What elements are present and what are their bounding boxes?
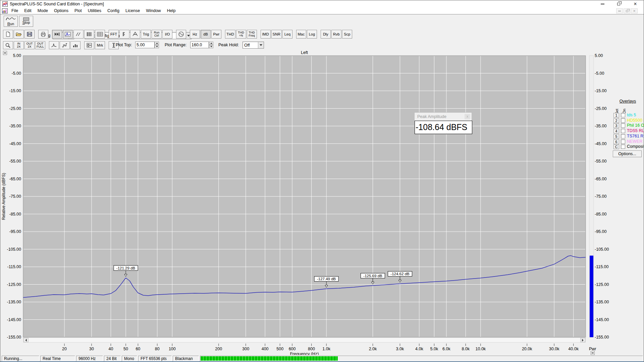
thdn-button[interactable]: THD+N: [236, 30, 246, 39]
overlays-title-link[interactable]: Overlays: [611, 99, 644, 104]
io-device-button[interactable]: I/O: [162, 30, 172, 39]
hz-units-button[interactable]: Hz: [190, 30, 200, 39]
overlay-set-button-5[interactable]: 5: [613, 134, 619, 139]
plot-top-spinner[interactable]: [155, 42, 159, 48]
power-meter-label: Pwr: [589, 347, 596, 351]
peak-amplitude-window[interactable]: Peak Amplitude x -108.64 dBFS: [414, 112, 472, 134]
thdfreq-button[interactable]: THDFreq: [247, 30, 257, 39]
surface-view-button[interactable]: [95, 30, 105, 39]
overlay-on-checkbox-6[interactable]: [621, 139, 625, 144]
meter-collapse-button[interactable]: [591, 351, 595, 355]
status-mode: Real Time: [40, 356, 75, 361]
overlay-label: HD5500 L: [627, 118, 644, 123]
menu-item-license[interactable]: License: [122, 8, 143, 14]
leq-button[interactable]: Leq: [282, 30, 292, 39]
peak-hold-select[interactable]: Off: [243, 42, 264, 49]
menu-item-utilities[interactable]: Utilities: [85, 8, 104, 14]
menu-item-window[interactable]: Window: [143, 8, 164, 14]
save-button[interactable]: [24, 30, 35, 39]
speed-process-button[interactable]: [52, 30, 62, 39]
run-button[interactable]: Run: [4, 16, 18, 27]
overlay-set-button-1[interactable]: 1: [613, 113, 619, 118]
zoom-in-2x-button[interactable]: IN2X: [14, 41, 24, 49]
spectrogram-view-button[interactable]: [84, 30, 94, 39]
plot-range-spinner[interactable]: [209, 42, 213, 48]
peak-hold-value: Off: [243, 43, 258, 48]
close-button[interactable]: ×: [630, 1, 640, 7]
marker-button[interactable]: Mrk: [95, 41, 105, 49]
menu-item-edit[interactable]: Edit: [21, 8, 35, 14]
line-plot-mode-button[interactable]: [49, 41, 59, 49]
y-axis-label-left: -25.00: [9, 106, 21, 111]
y-axis-label-right: -55.00: [595, 159, 606, 164]
snr-button[interactable]: SNR: [271, 30, 282, 39]
overlay-on-checkbox-c[interactable]: [621, 144, 625, 149]
y-axis-label-left: -85.00: [9, 212, 21, 217]
scale-button[interactable]: [119, 30, 129, 39]
tile-layout-button[interactable]: [84, 41, 94, 49]
open-file-button[interactable]: [14, 30, 24, 39]
overlay-on-checkbox-1[interactable]: [621, 113, 625, 117]
spectrum-view-button[interactable]: [63, 30, 73, 39]
weighting-button[interactable]: [130, 30, 140, 39]
peak-hold-dropdown-arrow[interactable]: [258, 42, 264, 48]
fft-settings-button[interactable]: FFT: [109, 30, 119, 39]
scroll-right-button[interactable]: [580, 338, 585, 342]
thd-button[interactable]: THD: [225, 30, 235, 39]
run-control-button-label: RunCtrl: [154, 31, 160, 37]
x-axis-label: 400: [262, 347, 269, 351]
minimize-button[interactable]: [597, 1, 607, 7]
menu-item-plot[interactable]: Plot: [71, 8, 85, 14]
phase-view-button[interactable]: [73, 30, 84, 39]
run-control-button[interactable]: RunCtrl: [152, 30, 162, 39]
overlay-on-checkbox-2[interactable]: [621, 118, 625, 123]
peak-amplitude-close-button[interactable]: x: [465, 114, 470, 119]
macro-button[interactable]: Mac: [296, 30, 306, 39]
overlays-options-button[interactable]: Options...: [613, 150, 642, 157]
db-units-button[interactable]: dB: [201, 30, 211, 39]
annotation-value: -125.69 dB: [363, 274, 382, 278]
menu-item-help[interactable]: Help: [164, 8, 179, 14]
step-plot-mode-button[interactable]: [60, 41, 70, 49]
menu-item-mode[interactable]: Mode: [35, 8, 51, 14]
overlay-label: TS761 R: [627, 134, 643, 138]
signal-generator-button[interactable]: [176, 30, 186, 39]
pwr-units-button[interactable]: Pwr: [211, 30, 221, 39]
scope-button[interactable]: Scp: [342, 30, 352, 39]
a-weighting-icon: [132, 32, 139, 37]
overlay-set-button-6[interactable]: 6: [613, 139, 619, 144]
plot-top-input[interactable]: 5.00: [135, 42, 155, 48]
zoom-out-full-button[interactable]: OUTFULL: [35, 41, 45, 49]
menu-item-config[interactable]: Config: [104, 8, 122, 14]
title-bar: SpectraPLUS-SC Sound Card Edition - [Spe…: [0, 0, 644, 8]
overlay-set-button-4[interactable]: 4: [613, 129, 619, 133]
scroll-left-button[interactable]: [23, 338, 29, 342]
log-button[interactable]: Log: [307, 30, 317, 39]
x-axis-label: 10.0k: [476, 347, 486, 351]
stop-button[interactable]: Stop: [19, 16, 33, 27]
delay-button[interactable]: Dly: [321, 30, 331, 39]
print-button[interactable]: [38, 30, 48, 39]
reverb-button[interactable]: Rvb: [331, 30, 341, 39]
overlay-set-button-3[interactable]: 3: [613, 123, 619, 128]
new-file-button[interactable]: [3, 30, 13, 39]
plot-range-input[interactable]: 160.0: [190, 42, 209, 48]
mdi-restore-button[interactable]: [624, 8, 630, 13]
overlay-on-checkbox-4[interactable]: [621, 129, 625, 133]
toolbar-row-zoom: IN2XOUT2XOUTFULLMrk: [3, 41, 119, 49]
menu-item-options[interactable]: Options: [51, 8, 71, 14]
mdi-close-button[interactable]: ×: [631, 8, 638, 13]
bar-plot-mode-button[interactable]: [70, 41, 80, 49]
imd-button[interactable]: IMD: [261, 30, 271, 39]
overlay-on-checkbox-3[interactable]: [621, 123, 625, 128]
trigger-button[interactable]: Trig: [141, 30, 151, 39]
overlay-set-button-2[interactable]: 2: [613, 118, 619, 123]
restore-button[interactable]: [613, 1, 624, 7]
overlay-on-checkbox-5[interactable]: [621, 134, 625, 138]
overlay-set-button-c[interactable]: C: [613, 144, 619, 149]
frequency-scrollbar[interactable]: [23, 338, 586, 343]
mdi-minimize-button[interactable]: [616, 8, 623, 13]
zoom-out-2x-button[interactable]: OUT2X: [24, 41, 35, 49]
menu-item-file[interactable]: File: [8, 8, 21, 14]
zoom-tool-button[interactable]: [3, 41, 13, 49]
